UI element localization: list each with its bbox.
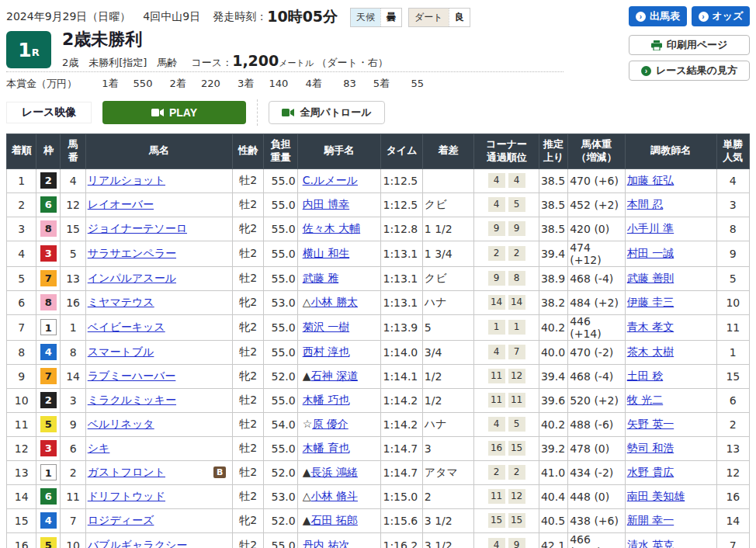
frame-badge: 8 [40, 220, 57, 237]
print-page-button[interactable]: 印刷用ページ [629, 35, 750, 55]
race-date: 2024年9月29日（日曜） [6, 10, 130, 24]
time-cell: 1:13.1 [381, 290, 422, 314]
divider [6, 71, 564, 72]
win-popularity-cell: 7 [716, 532, 749, 548]
horse-name-link[interactable]: バブルギャラクシー [88, 539, 188, 548]
horse-name-link[interactable]: ドリフトウッド [88, 490, 165, 504]
trainer-link[interactable]: 清水 英克 [627, 539, 674, 548]
jockey-link[interactable]: 菊沢 一樹 [303, 321, 349, 333]
sex-age-cell: 牡2 [233, 436, 264, 460]
time-cell: 1:15.6 [381, 508, 422, 532]
jockey-link[interactable]: 長浜 鴻緒 [310, 466, 357, 478]
horse-name-link[interactable]: ミヤマテウス [88, 296, 154, 310]
horse-name-link[interactable]: サラサエンペラー [88, 247, 176, 261]
horse-name-link[interactable]: ロジディーズ [88, 514, 154, 528]
horse-name-link[interactable]: スマートブル [88, 345, 154, 359]
horse-name-link[interactable]: リアルショット [88, 174, 165, 188]
weight-carried-cell: 52.0 [264, 364, 297, 388]
trainer-link[interactable]: 加藤 征弘 [627, 174, 674, 186]
trainer-link[interactable]: 牧 光二 [627, 394, 663, 406]
prize-label: 本賞金（万円） [6, 78, 77, 89]
margin-cell: ハナ [422, 412, 473, 436]
place-cell: 9 [7, 364, 36, 388]
corner3-position: 11 [488, 369, 505, 383]
horse-name-link[interactable]: インパルアスール [88, 272, 176, 286]
win-popularity-cell: 9 [716, 241, 749, 266]
horse-name-link[interactable]: シキ [88, 442, 110, 456]
body-weight-cell: 520 (+2) [568, 388, 626, 412]
last3f-cell: 39.4 [539, 364, 567, 388]
horse-number-cell: 9 [61, 412, 85, 436]
jockey-link[interactable]: 武藤 雅 [303, 272, 338, 284]
sex-age-cell: 牡2 [233, 241, 264, 266]
time-cell: 1:15.0 [381, 484, 422, 508]
place-cell: 7 [7, 314, 36, 340]
entries-button[interactable]: › 出馬表 [629, 6, 687, 26]
horse-name-link[interactable]: ベルリネッタ [88, 418, 154, 432]
trainer-link[interactable]: 水野 貴広 [627, 466, 674, 478]
trainer-link[interactable]: 南田 美知雄 [627, 490, 685, 502]
horse-name-cell: ミヤマテウス [85, 290, 232, 314]
trainer-link[interactable]: 村田 一誠 [627, 247, 674, 259]
corner3-position: 11 [488, 489, 505, 504]
horse-name-link[interactable]: ミラクルミッキー [88, 394, 176, 408]
jockey-link[interactable]: 木幡 育也 [303, 442, 349, 454]
trainer-link[interactable]: 青木 孝文 [627, 321, 674, 333]
trainer-link[interactable]: 小手川 準 [627, 222, 674, 234]
results-row: 3 8 15 ジョイナーテソーロ 牝2 55.0 佐々木 大輔 1:12.8 1… [7, 217, 750, 241]
frame-cell: 3 [36, 436, 61, 460]
body-weight-cell: 420 (0) [568, 217, 626, 241]
trainer-link[interactable]: 武藤 善則 [627, 272, 674, 284]
jockey-link[interactable]: C.ルメール [303, 174, 358, 186]
place-cell: 5 [7, 266, 36, 290]
jockey-link[interactable]: 横山 和生 [303, 247, 349, 259]
trainer-link[interactable]: 矢野 英一 [627, 418, 674, 430]
trainer-link[interactable]: 本間 忍 [627, 198, 663, 210]
jockey-link[interactable]: 小林 脩斗 [310, 490, 357, 502]
body-weight-cell: 446 (+14) [568, 314, 626, 340]
start-time-value: 10時05分 [267, 7, 338, 27]
jockey-link[interactable]: 原 優介 [312, 418, 348, 430]
jockey-link[interactable]: 丹内 祐次 [303, 539, 349, 548]
patrol-video-button[interactable]: 全周パトロール [269, 101, 385, 124]
trainer-link[interactable]: 土田 稔 [627, 369, 663, 382]
play-button[interactable]: PLAY [102, 101, 246, 124]
trainer-cell: 青木 孝文 [625, 314, 716, 340]
results-guide-label: レース結果の見方 [656, 64, 737, 78]
trainer-link[interactable]: 伊藤 圭三 [627, 296, 674, 308]
odds-button[interactable]: › オッズ [692, 6, 750, 26]
jockey-link[interactable]: 西村 淳也 [303, 345, 349, 358]
race-video-button[interactable]: レース映像 [6, 102, 92, 123]
jockey-link[interactable]: 石田 拓郎 [310, 514, 357, 526]
time-cell: 1:14.7 [381, 460, 422, 484]
trainer-link[interactable]: 新開 幸一 [627, 514, 674, 526]
sex-age-cell: 牝2 [233, 508, 264, 532]
trainer-link[interactable]: 勢司 和浩 [627, 442, 674, 454]
apprentice-mark: △ [303, 490, 311, 502]
jockey-link[interactable]: 石神 深道 [310, 369, 357, 382]
jockey-cell: C.ルメール [297, 168, 381, 192]
prize-rank: 3着 [238, 78, 254, 89]
horse-name-link[interactable]: ガストフロント [88, 466, 165, 480]
jockey-link[interactable]: 佐々木 大輔 [303, 222, 360, 234]
horse-name-link[interactable]: レイオーバー [88, 198, 154, 212]
jockey-link[interactable]: 内田 博幸 [303, 198, 349, 210]
last3f-cell: 40.2 [539, 412, 567, 436]
horse-name-link[interactable]: ベイビーキッス [88, 321, 165, 335]
horse-name-link[interactable]: ラブミーハーバー [88, 369, 176, 383]
time-cell: 1:14.1 [381, 364, 422, 388]
race-heading: 1 R 2歳未勝利 2歳 未勝利[指定] 馬齢 コース：1,200メートル （ダ… [6, 29, 388, 70]
jockey-link[interactable]: 木幡 巧也 [303, 394, 349, 406]
corner-order-cell: 1615 [474, 436, 539, 460]
horse-name-link[interactable]: ジョイナーテソーロ [88, 222, 187, 236]
place-cell: 3 [7, 217, 36, 241]
corner3-position: 4 [488, 197, 505, 212]
trainer-link[interactable]: 茶木 太樹 [627, 345, 674, 358]
results-guide-button[interactable]: › レース結果の見方 [629, 61, 750, 81]
place-cell: 4 [7, 241, 36, 266]
col-header-margin: 着差 [422, 134, 473, 169]
jockey-link[interactable]: 小林 勝太 [310, 296, 357, 308]
place-cell: 13 [7, 460, 36, 484]
race-number: 1 [18, 39, 31, 61]
results-row: 4 3 5 サラサエンペラー 牡2 55.0 横山 和生 1:13.1 1 3/… [7, 241, 750, 266]
